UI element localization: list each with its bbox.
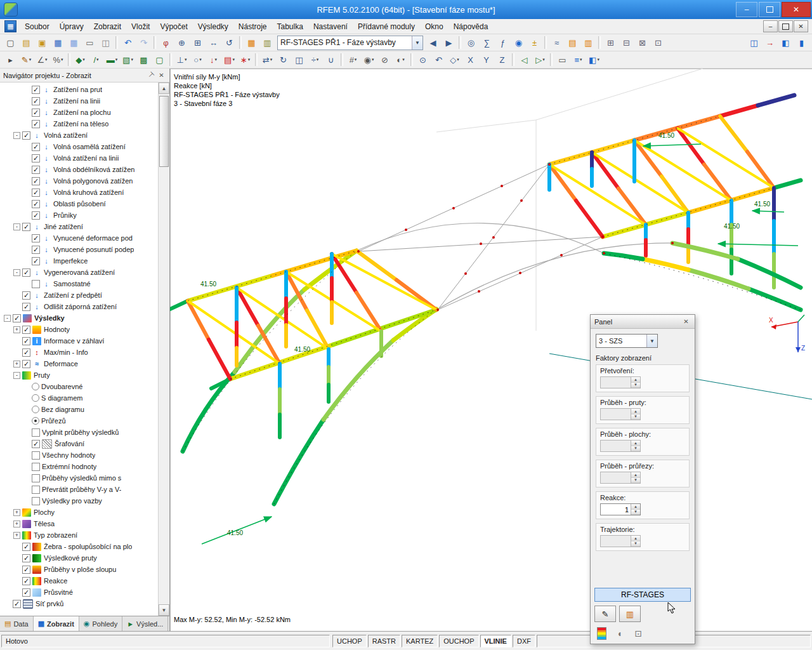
- edit-parameters-button[interactable]: φ: [158, 35, 174, 51]
- visibility-button[interactable]: ◉▾: [361, 52, 377, 68]
- checkbox[interactable]: ✓: [22, 577, 30, 585]
- result-tables-button[interactable]: ▤: [565, 35, 580, 51]
- view-y-button[interactable]: Y: [478, 52, 494, 68]
- connect-button[interactable]: ∪: [323, 52, 339, 68]
- menu-p-davn-moduly[interactable]: Přídavné moduly: [353, 20, 420, 33]
- dropdown-caret-icon[interactable]: ▾: [61, 57, 63, 62]
- tree-item[interactable]: ↓Samostatné: [0, 278, 158, 289]
- tree-item[interactable]: ✓Reakce: [0, 575, 158, 587]
- dropdown-caret-icon[interactable]: ▾: [270, 57, 273, 62]
- checkbox[interactable]: [32, 280, 40, 288]
- dropdown-caret-icon[interactable]: ▾: [232, 57, 235, 62]
- checkbox[interactable]: ✓: [32, 257, 40, 265]
- display-properties-button[interactable]: ◧▾: [586, 52, 602, 68]
- comment-button[interactable]: %▾: [50, 52, 66, 68]
- show-results-button[interactable]: ◉: [511, 35, 527, 51]
- print-preview-button[interactable]: ◫: [98, 35, 114, 51]
- dropdown-caret-icon[interactable]: ▾: [131, 57, 133, 62]
- new-member-button[interactable]: ▬▾: [104, 52, 120, 68]
- menu-nastaven-[interactable]: Nastavení: [308, 20, 353, 33]
- project-navigator-toggle-button[interactable]: ◧: [778, 35, 794, 51]
- redo-button[interactable]: ↷: [136, 35, 152, 51]
- tree-item[interactable]: ✓↓Zatížení na prut: [0, 84, 158, 95]
- load-stage-button[interactable]: ▥: [259, 35, 275, 51]
- checkbox[interactable]: ✓: [32, 234, 40, 242]
- tree-item[interactable]: -✓Výsledky: [0, 312, 158, 324]
- dropdown-caret-icon[interactable]: ▾: [45, 57, 48, 62]
- navigator-scrollbar[interactable]: ▲ ▼: [158, 83, 169, 616]
- calculation-button[interactable]: ƒ: [495, 35, 511, 51]
- dropdown-caret-icon[interactable]: ▾: [372, 57, 374, 62]
- tree-item[interactable]: ✓↓Oblasti působení: [0, 198, 158, 209]
- menu-vlo-it[interactable]: Vložit: [126, 20, 155, 33]
- hinge-button[interactable]: ○▾: [190, 52, 206, 68]
- new-opening-button[interactable]: ▢: [152, 52, 167, 68]
- checkbox[interactable]: ✓: [32, 154, 40, 162]
- grid-lines-button[interactable]: ⊟: [619, 35, 634, 51]
- scrollbar-thumb[interactable]: [159, 96, 169, 167]
- background-layers-button[interactable]: ≡▾: [570, 52, 586, 68]
- tree-item[interactable]: Bez diagramu: [0, 404, 158, 415]
- model-canvas[interactable]: Vnitřní síly M-y [kNm] Reakce [kN] RF-ST…: [170, 69, 812, 631]
- previous-load-case-button[interactable]: ◀: [425, 35, 441, 51]
- checkbox[interactable]: ✓: [32, 86, 40, 94]
- checkbox[interactable]: ✓: [22, 269, 30, 277]
- tree-expander[interactable]: +: [13, 361, 20, 368]
- checkbox[interactable]: ✓: [22, 566, 30, 574]
- dropdown-caret-icon[interactable]: ▾: [248, 57, 251, 62]
- nav-tab-vsled[interactable]: ►Výsled...: [122, 616, 168, 631]
- menu-v-sledky[interactable]: Výsledky: [193, 20, 233, 33]
- new-window-button[interactable]: ◫: [746, 35, 762, 51]
- tree-item[interactable]: -✓↓Vygenerovaná zatížení: [0, 267, 158, 278]
- tree-item[interactable]: +✓Hodnoty: [0, 324, 158, 335]
- snap-uchop-toggle[interactable]: UCHOP: [332, 635, 367, 647]
- tree-item[interactable]: -Pruty: [0, 369, 158, 381]
- dropdown-caret-icon[interactable]: ▾: [96, 57, 99, 62]
- nav-tab-zobrazit[interactable]: ▦Zobrazit: [34, 616, 79, 631]
- tree-item[interactable]: ✓iInformace v záhlaví: [0, 335, 158, 347]
- numbering-button[interactable]: #▾: [345, 52, 361, 68]
- dropdown-caret-icon[interactable]: ▾: [29, 57, 32, 62]
- color-scale-icon[interactable]: [597, 627, 606, 640]
- checkbox[interactable]: ✓: [32, 97, 40, 105]
- support-button[interactable]: ⊥▾: [174, 52, 190, 68]
- scroll-up-button[interactable]: ▲: [159, 83, 169, 94]
- print-tables-button[interactable]: ▥: [580, 35, 596, 51]
- view-iso-button[interactable]: ◇▾: [447, 52, 462, 68]
- tree-item[interactable]: ✓↓Odlišit záporná zatížení: [0, 301, 158, 312]
- next-load-case-button[interactable]: ▶: [441, 35, 457, 51]
- new-line-button[interactable]: /▾: [88, 52, 104, 68]
- zoom-previous-button[interactable]: ↶: [431, 52, 447, 68]
- tree-item[interactable]: ✓↓Zatížení na těleso: [0, 118, 158, 129]
- tree-item[interactable]: Průběhy výsledků mimo s: [0, 472, 158, 484]
- dimension-button[interactable]: ∠▾: [34, 52, 50, 68]
- dropdown-caret-icon[interactable]: ▾: [214, 57, 217, 62]
- checkbox[interactable]: ✓: [32, 166, 40, 174]
- show-values-button[interactable]: ±: [527, 35, 542, 51]
- maximize-button[interactable]: [759, 2, 780, 17]
- panel-toggle-button[interactable]: ▮: [794, 35, 809, 51]
- mdi-minimize-button[interactable]: –: [763, 20, 778, 32]
- tree-item[interactable]: +Typ zobrazení: [0, 529, 158, 541]
- zoom-in-button[interactable]: ⊕: [174, 35, 190, 51]
- panel-close-icon[interactable]: ✕: [681, 317, 691, 326]
- checkbox[interactable]: ✓: [22, 303, 30, 311]
- menu-v-po-et[interactable]: Výpočet: [155, 20, 192, 33]
- tree-item[interactable]: Výsledky pro vazby: [0, 495, 158, 507]
- panel-options-button[interactable]: ▥: [619, 606, 641, 622]
- rendering-icon[interactable]: ◐: [618, 628, 623, 639]
- checkbox[interactable]: ✓: [32, 109, 40, 117]
- generated-load-button[interactable]: ∗▾: [237, 52, 253, 68]
- spin-up-button[interactable]: ▲: [631, 504, 640, 510]
- tree-item[interactable]: Vyplnit průběhy výsledků: [0, 427, 158, 438]
- tree-item[interactable]: ✓↓Volná osamělá zatížení: [0, 141, 158, 152]
- radio-button[interactable]: [32, 394, 39, 402]
- dropdown-caret-icon[interactable]: ▾: [542, 57, 545, 62]
- tree-item[interactable]: ✓↓Volná zatížení na linii: [0, 152, 158, 164]
- divide-button[interactable]: ÷▾: [307, 52, 323, 68]
- move-copy-button[interactable]: ⇄▾: [259, 52, 275, 68]
- tree-item[interactable]: -✓↓Volná zatížení: [0, 129, 158, 141]
- tables-button[interactable]: ▦: [244, 35, 259, 51]
- combo-dropdown-icon[interactable]: ▼: [412, 36, 422, 50]
- pin-icon[interactable]: ⊤: [144, 69, 157, 82]
